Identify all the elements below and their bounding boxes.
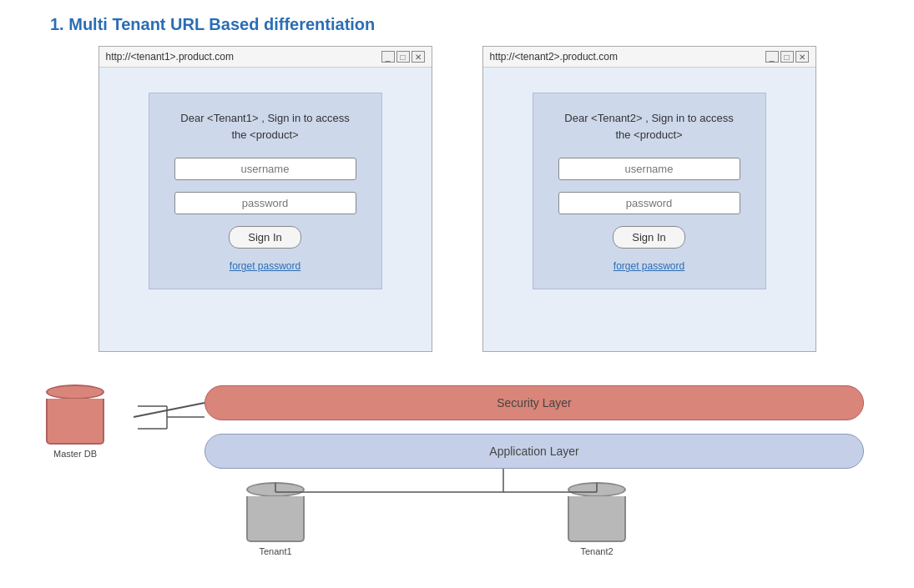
login-form-2: Dear <Tenant2> , Sign in to access the <… [533, 93, 766, 289]
greeting-2: Dear <Tenant2> , Sign in to access the <… [558, 110, 740, 143]
master-db: Master DB [46, 384, 104, 459]
close-btn-1[interactable]: ✕ [412, 51, 425, 63]
login-form-1: Dear <Tenant1> , Sign in to access the <… [149, 93, 382, 289]
tenant1-db-top [246, 482, 305, 497]
forget-password-link-2[interactable]: forget password [558, 260, 740, 272]
greeting-1: Dear <Tenant1> , Sign in to access the <… [174, 110, 356, 143]
minimize-btn-2[interactable]: _ [765, 51, 779, 63]
signin-button-2[interactable]: Sign In [613, 226, 684, 249]
browser-body-2: Dear <Tenant2> , Sign in to access the <… [483, 68, 816, 351]
security-layer: Security Layer [205, 385, 864, 420]
tenant1-db-body [246, 496, 305, 542]
master-db-body [46, 399, 104, 445]
browsers-row: http://<tenant1>.product.com _ □ ✕ Dear … [0, 46, 914, 352]
maximize-btn-1[interactable]: □ [396, 51, 410, 63]
minimize-btn-1[interactable]: _ [381, 51, 395, 63]
svg-line-0 [134, 403, 205, 417]
tenant2-db: Tenant2 [568, 481, 626, 556]
signin-button-1[interactable]: Sign In [229, 226, 300, 249]
forget-password-link-1[interactable]: forget password [174, 260, 356, 272]
browser-url-1: http://<tenant1>.product.com [106, 51, 234, 63]
security-layer-label: Security Layer [497, 396, 571, 410]
browser-controls-2: _ □ ✕ [765, 51, 809, 63]
password-input-2[interactable] [558, 192, 740, 214]
browser-body-1: Dear <Tenant1> , Sign in to access the <… [99, 68, 432, 351]
browser-window-1: http://<tenant1>.product.com _ □ ✕ Dear … [98, 46, 432, 352]
password-input-1[interactable] [174, 192, 356, 214]
browser-titlebar-1: http://<tenant1>.product.com _ □ ✕ [99, 47, 432, 68]
maximize-btn-2[interactable]: □ [780, 51, 794, 63]
architecture-diagram: Master DB Security Layer Application Lay… [0, 377, 914, 577]
master-db-top [46, 384, 104, 400]
tenant2-db-top [568, 482, 626, 497]
tenant1-db: Tenant1 [246, 481, 305, 556]
tenant2-db-body [568, 496, 626, 542]
browser-window-2: http://<tenant2>.product.com _ □ ✕ Dear … [482, 46, 816, 352]
page-title: 1. Multi Tenant URL Based differentiatio… [0, 0, 914, 46]
browser-controls-1: _ □ ✕ [381, 51, 425, 63]
browser-url-2: http://<tenant2>.product.com [490, 51, 618, 63]
application-layer-label: Application Layer [489, 445, 578, 458]
username-input-1[interactable] [174, 158, 356, 180]
master-db-label: Master DB [53, 449, 97, 459]
tenant2-db-label: Tenant2 [580, 546, 613, 556]
username-input-2[interactable] [558, 158, 740, 180]
application-layer: Application Layer [205, 434, 864, 469]
tenant1-db-label: Tenant1 [259, 546, 291, 556]
close-btn-2[interactable]: ✕ [795, 51, 809, 63]
browser-titlebar-2: http://<tenant2>.product.com _ □ ✕ [483, 47, 816, 68]
